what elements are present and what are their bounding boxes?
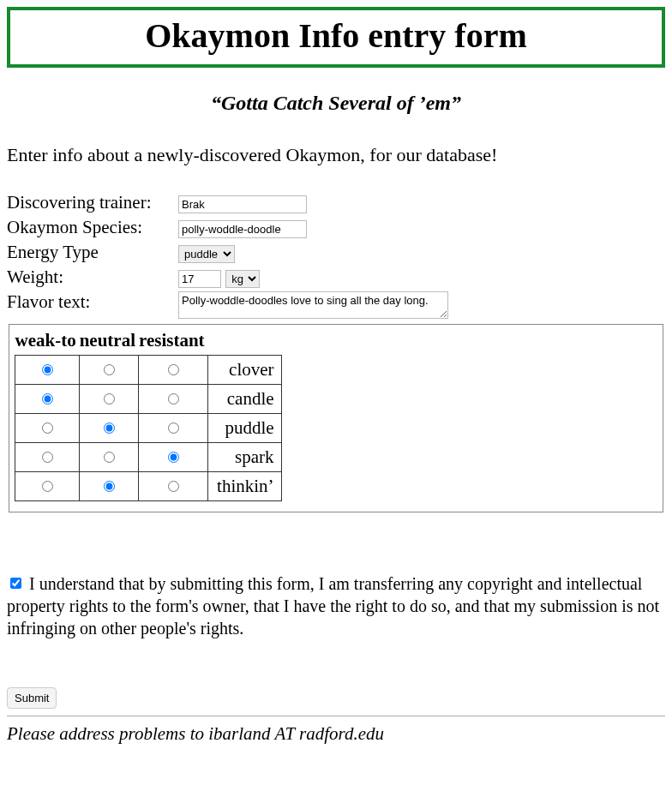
matrix-cell [15, 472, 80, 501]
matrix-radio[interactable] [104, 393, 115, 404]
matrix-cell [15, 414, 80, 443]
matrix-cell [139, 385, 208, 414]
table-row: puddle [15, 414, 282, 443]
matrix-radio[interactable] [168, 393, 179, 404]
matrix-radio[interactable] [42, 422, 53, 434]
matrix-cell [15, 385, 80, 414]
matrix-row-name: clover [208, 356, 282, 385]
flavor-label: Flavor text: [7, 291, 178, 313]
matrix-radio[interactable] [168, 481, 179, 492]
matrix-cell [80, 472, 139, 501]
trainer-input[interactable] [178, 195, 307, 213]
matrix-cell [139, 443, 208, 472]
matrix-radio[interactable] [168, 452, 179, 463]
weight-input[interactable] [178, 270, 221, 288]
matrix-header-neutral: neutral [80, 330, 139, 356]
resistance-matrix: weak-to neutral resistant clovercandlepu… [9, 324, 663, 512]
matrix-cell [139, 414, 208, 443]
matrix-cell [80, 443, 139, 472]
matrix-cell [139, 356, 208, 385]
matrix-cell [15, 443, 80, 472]
matrix-row-name: spark [208, 443, 282, 472]
matrix-header-resistant: resistant [139, 330, 208, 356]
submit-button[interactable]: Submit [7, 687, 57, 709]
table-row: thinkin’ [15, 472, 282, 501]
matrix-cell [15, 356, 80, 385]
matrix-cell [80, 414, 139, 443]
weight-unit-select[interactable]: kg [225, 270, 260, 288]
matrix-radio[interactable] [42, 481, 53, 492]
table-row: spark [15, 443, 282, 472]
table-row: clover [15, 356, 282, 385]
matrix-header-weak: weak-to [15, 330, 80, 356]
species-input[interactable] [178, 220, 307, 238]
matrix-radio[interactable] [168, 364, 179, 375]
weight-label: Weight: [7, 267, 178, 288]
matrix-radio[interactable] [104, 422, 115, 434]
matrix-row-name: candle [208, 385, 282, 414]
flavor-textarea[interactable]: Polly-woddle-doodles love to sing all th… [178, 291, 448, 319]
consent-text: I understand that by submitting this for… [7, 574, 659, 638]
consent-checkbox[interactable] [10, 578, 21, 589]
footer-note: Please address problems to ibarland AT r… [7, 723, 665, 745]
intro-text: Enter info about a newly-discovered Okay… [7, 144, 665, 166]
matrix-radio[interactable] [168, 422, 179, 434]
matrix-radio[interactable] [104, 452, 115, 463]
matrix-radio[interactable] [42, 393, 53, 404]
energy-select[interactable]: puddle [178, 245, 235, 263]
matrix-radio[interactable] [104, 364, 115, 375]
trainer-label: Discovering trainer: [7, 192, 178, 213]
species-label: Okaymon Species: [7, 217, 178, 238]
resistance-table: weak-to neutral resistant clovercandlepu… [15, 330, 282, 501]
title-box: Okaymon Info entry form [7, 7, 665, 68]
matrix-row-name: thinkin’ [208, 472, 282, 501]
table-row: candle [15, 385, 282, 414]
matrix-radio[interactable] [42, 452, 53, 463]
divider [7, 716, 665, 716]
page-title: Okaymon Info entry form [10, 15, 662, 56]
consent-block: I understand that by submitting this for… [7, 572, 665, 639]
matrix-cell [139, 472, 208, 501]
matrix-radio[interactable] [104, 481, 115, 492]
matrix-radio[interactable] [42, 364, 53, 375]
matrix-cell [80, 356, 139, 385]
tagline: “Gotta Catch Several of ’em” [7, 92, 665, 115]
matrix-row-name: puddle [208, 414, 282, 443]
form-grid: Discovering trainer: Okaymon Species: En… [7, 192, 665, 319]
energy-label: Energy Type [7, 242, 178, 263]
matrix-cell [80, 385, 139, 414]
